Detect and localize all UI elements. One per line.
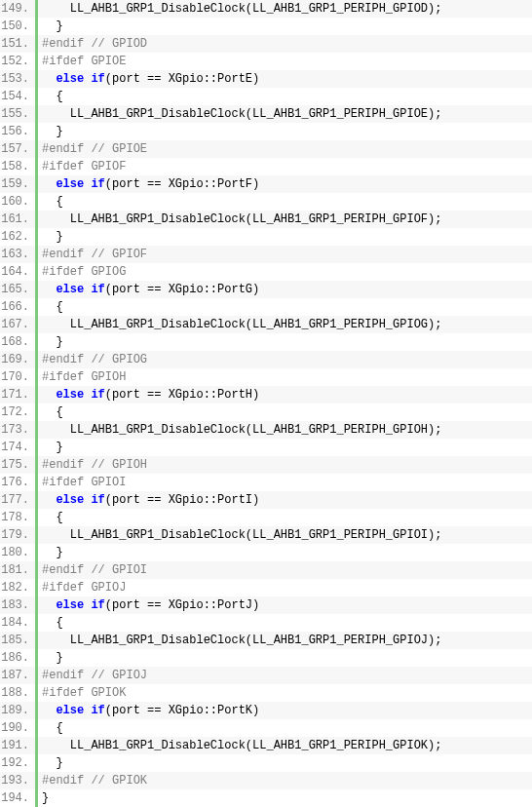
code-content[interactable]: } (38, 789, 49, 807)
code-content[interactable]: #ifdef GPIOJ (38, 579, 126, 596)
code-content[interactable]: LL_AHB1_GRP1_DisableClock(LL_AHB1_GRP1_P… (38, 632, 441, 649)
line-number: 179. (0, 526, 35, 544)
code-line[interactable]: 173. LL_AHB1_GRP1_DisableClock(LL_AHB1_G… (0, 421, 532, 439)
code-line[interactable]: 171. else if(port == XGpio::PortH) (0, 386, 532, 404)
code-line[interactable]: 163.#endif // GPIOF (0, 246, 532, 263)
code-content[interactable]: #endif // GPIOJ (38, 667, 147, 684)
code-content[interactable]: LL_AHB1_GRP1_DisableClock(LL_AHB1_GRP1_P… (38, 316, 441, 333)
code-line[interactable]: 190. { (0, 719, 532, 737)
code-line[interactable]: 192. } (0, 754, 532, 772)
code-content[interactable]: { (38, 193, 63, 211)
code-content[interactable]: } (38, 649, 63, 667)
code-line[interactable]: 153. else if(port == XGpio::PortE) (0, 70, 532, 88)
code-content[interactable]: LL_AHB1_GRP1_DisableClock(LL_AHB1_GRP1_P… (38, 211, 441, 228)
code-line[interactable]: 160. { (0, 193, 532, 211)
code-line[interactable]: 158.#ifdef GPIOF (0, 158, 532, 175)
code-content[interactable]: { (38, 88, 63, 105)
code-line[interactable]: 181.#endif // GPIOI (0, 561, 532, 579)
code-line[interactable]: 151.#endif // GPIOD (0, 35, 532, 53)
code-line[interactable]: 154. { (0, 88, 532, 105)
code-line[interactable]: 185. LL_AHB1_GRP1_DisableClock(LL_AHB1_G… (0, 632, 532, 649)
code-content[interactable]: #ifdef GPIOH (38, 368, 126, 386)
code-line[interactable]: 187.#endif // GPIOJ (0, 667, 532, 684)
code-content[interactable]: #endif // GPIOK (38, 772, 147, 789)
code-content[interactable]: LL_AHB1_GRP1_DisableClock(LL_AHB1_GRP1_P… (38, 421, 441, 439)
code-content[interactable]: #ifdef GPIOI (38, 474, 126, 491)
code-content[interactable]: else if(port == XGpio::PortI) (38, 491, 259, 509)
code-line[interactable]: 175.#endif // GPIOH (0, 456, 532, 474)
code-content[interactable]: else if(port == XGpio::PortE) (38, 70, 259, 88)
code-line[interactable]: 169.#endif // GPIOG (0, 351, 532, 368)
code-line[interactable]: 184. { (0, 614, 532, 632)
code-content[interactable]: } (38, 123, 63, 140)
line-number: 162. (0, 228, 35, 246)
code-content[interactable]: #ifdef GPIOF (38, 158, 126, 175)
code-content[interactable]: { (38, 298, 63, 316)
code-line[interactable]: 167. LL_AHB1_GRP1_DisableClock(LL_AHB1_G… (0, 316, 532, 333)
code-content[interactable]: } (38, 18, 63, 35)
code-content[interactable]: else if(port == XGpio::PortJ) (38, 596, 259, 614)
code-content[interactable]: LL_AHB1_GRP1_DisableClock(LL_AHB1_GRP1_P… (38, 737, 441, 754)
code-line[interactable]: 174. } (0, 439, 532, 456)
code-line[interactable]: 182.#ifdef GPIOJ (0, 579, 532, 596)
code-content[interactable]: } (38, 544, 63, 561)
code-content[interactable]: #endif // GPIOE (38, 140, 147, 158)
line-number: 172. (0, 404, 35, 421)
code-content[interactable]: #endif // GPIOG (38, 351, 147, 368)
code-line[interactable]: 189. else if(port == XGpio::PortK) (0, 702, 532, 719)
code-line[interactable]: 179. LL_AHB1_GRP1_DisableClock(LL_AHB1_G… (0, 526, 532, 544)
code-content[interactable]: { (38, 614, 63, 632)
code-line[interactable]: 172. { (0, 404, 532, 421)
code-content[interactable]: LL_AHB1_GRP1_DisableClock(LL_AHB1_GRP1_P… (38, 526, 441, 544)
code-line[interactable]: 165. else if(port == XGpio::PortG) (0, 281, 532, 298)
code-line[interactable]: 156. } (0, 123, 532, 140)
code-content[interactable]: #endif // GPIOD (38, 35, 147, 53)
code-content[interactable]: { (38, 404, 63, 421)
code-viewer[interactable]: 149. LL_AHB1_GRP1_DisableClock(LL_AHB1_G… (0, 0, 532, 807)
code-line[interactable]: 157.#endif // GPIOE (0, 140, 532, 158)
line-number: 168. (0, 333, 35, 351)
code-line[interactable]: 180. } (0, 544, 532, 561)
code-content[interactable]: #ifdef GPIOE (38, 53, 126, 70)
code-line[interactable]: 159. else if(port == XGpio::PortF) (0, 175, 532, 193)
code-line[interactable]: 178. { (0, 509, 532, 526)
code-content[interactable]: else if(port == XGpio::PortF) (38, 175, 259, 193)
code-content[interactable]: LL_AHB1_GRP1_DisableClock(LL_AHB1_GRP1_P… (38, 105, 441, 123)
code-line[interactable]: 191. LL_AHB1_GRP1_DisableClock(LL_AHB1_G… (0, 737, 532, 754)
code-line[interactable]: 162. } (0, 228, 532, 246)
code-line[interactable]: 152.#ifdef GPIOE (0, 53, 532, 70)
code-content[interactable]: else if(port == XGpio::PortH) (38, 386, 259, 404)
code-content[interactable]: #ifdef GPIOK (38, 684, 126, 702)
code-content[interactable]: LL_AHB1_GRP1_DisableClock(LL_AHB1_GRP1_P… (38, 0, 441, 18)
code-line[interactable]: 177. else if(port == XGpio::PortI) (0, 491, 532, 509)
code-content[interactable]: #endif // GPIOF (38, 246, 147, 263)
code-line[interactable]: 194.} (0, 789, 532, 807)
code-line[interactable]: 186. } (0, 649, 532, 667)
code-line[interactable]: 149. LL_AHB1_GRP1_DisableClock(LL_AHB1_G… (0, 0, 532, 18)
code-line[interactable]: 150. } (0, 18, 532, 35)
line-number: 177. (0, 491, 35, 509)
code-line[interactable]: 168. } (0, 333, 532, 351)
code-line[interactable]: 170.#ifdef GPIOH (0, 368, 532, 386)
code-content[interactable]: else if(port == XGpio::PortK) (38, 702, 259, 719)
code-line[interactable]: 164.#ifdef GPIOG (0, 263, 532, 281)
code-content[interactable]: } (38, 228, 63, 246)
code-content[interactable]: } (38, 439, 63, 456)
code-line[interactable]: 183. else if(port == XGpio::PortJ) (0, 596, 532, 614)
code-content[interactable]: #endif // GPIOH (38, 456, 147, 474)
code-content[interactable]: } (38, 754, 63, 772)
code-content[interactable]: { (38, 509, 63, 526)
code-line[interactable]: 155. LL_AHB1_GRP1_DisableClock(LL_AHB1_G… (0, 105, 532, 123)
code-content[interactable]: else if(port == XGpio::PortG) (38, 281, 259, 298)
code-line[interactable]: 193.#endif // GPIOK (0, 772, 532, 789)
line-number: 181. (0, 561, 35, 579)
line-number: 161. (0, 211, 35, 228)
code-line[interactable]: 188.#ifdef GPIOK (0, 684, 532, 702)
code-content[interactable]: #ifdef GPIOG (38, 263, 126, 281)
code-content[interactable]: #endif // GPIOI (38, 561, 147, 579)
code-content[interactable]: { (38, 719, 63, 737)
code-line[interactable]: 166. { (0, 298, 532, 316)
code-content[interactable]: } (38, 333, 63, 351)
code-line[interactable]: 176.#ifdef GPIOI (0, 474, 532, 491)
code-line[interactable]: 161. LL_AHB1_GRP1_DisableClock(LL_AHB1_G… (0, 211, 532, 228)
